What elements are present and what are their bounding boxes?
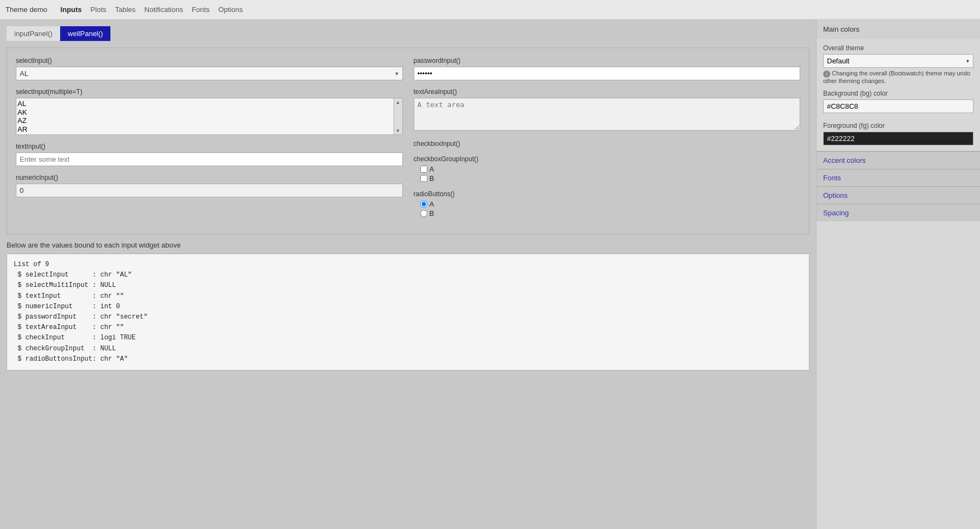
options-btn[interactable]: Options bbox=[817, 186, 980, 204]
scroll-up-arrow[interactable]: ▲ bbox=[394, 98, 402, 106]
radio-b[interactable] bbox=[420, 210, 427, 217]
numeric-input[interactable] bbox=[16, 184, 403, 197]
scrollbar-right: ▲ ▼ bbox=[394, 98, 402, 134]
main-colors-body: Overall theme Default Bootstrap Cerulean… bbox=[817, 39, 980, 151]
numeric-input-group: numericInput() bbox=[16, 174, 403, 197]
radio-input-group: radioButtons() A B bbox=[414, 190, 801, 218]
radio-label: radioButtons() bbox=[414, 190, 801, 198]
radio-a-label: A bbox=[430, 200, 435, 208]
fg-color-group: Foreground (fg) color bbox=[823, 122, 973, 145]
multi-option-az: AZ bbox=[17, 116, 392, 125]
app-title: Theme demo bbox=[5, 5, 48, 14]
radio-item-a: A bbox=[420, 200, 801, 208]
textarea-label: textAreaInput() bbox=[414, 88, 801, 96]
well-col-right: passwordInput() textAreaInput() checkbox… bbox=[414, 57, 801, 225]
checkbox-a[interactable] bbox=[420, 166, 427, 173]
checkboxgroup-label: checkboxGroupInput() bbox=[414, 155, 801, 163]
textarea-input-group: textAreaInput() bbox=[414, 88, 801, 132]
checkbox-input-group: checkboxInput() bbox=[414, 140, 801, 148]
checkbox-label: checkboxInput() bbox=[414, 140, 801, 148]
nav-options[interactable]: Options bbox=[218, 5, 243, 14]
password-input-group: passwordInput() bbox=[414, 57, 801, 80]
text-input-group: textInput() bbox=[16, 143, 403, 166]
overall-theme-label: Overall theme bbox=[823, 44, 973, 52]
tab-inputpanel[interactable]: inputPanel() bbox=[7, 26, 60, 41]
password-input[interactable] bbox=[414, 67, 801, 80]
checkbox-b-label: B bbox=[430, 174, 435, 183]
info-icon: i bbox=[823, 70, 830, 78]
checkbox-b[interactable] bbox=[420, 175, 427, 182]
checkbox-item-a: A bbox=[420, 165, 801, 173]
right-panel: Main colors Overall theme Default Bootst… bbox=[816, 20, 980, 529]
checkbox-item-b: B bbox=[420, 174, 801, 183]
well-panel: selectInput() AL AK AZ AR CA bbox=[7, 48, 809, 234]
multi-option-ak: AK bbox=[17, 108, 392, 117]
main-colors-header[interactable]: Main colors bbox=[817, 20, 980, 39]
select-input[interactable]: AL AK AZ AR CA bbox=[16, 67, 403, 80]
main-colors-section: Main colors Overall theme Default Bootst… bbox=[817, 20, 980, 151]
nav-notifications[interactable]: Notifications bbox=[144, 5, 183, 14]
well-col-left: selectInput() AL AK AZ AR CA bbox=[16, 57, 403, 225]
password-label: passwordInput() bbox=[414, 57, 801, 64]
select-label: selectInput() bbox=[16, 57, 403, 64]
numeric-label: numericInput() bbox=[16, 174, 403, 181]
checkboxgroup-options: A B bbox=[420, 165, 801, 183]
fonts-btn[interactable]: Fonts bbox=[817, 169, 980, 186]
bg-color-group: Background (bg) color bbox=[823, 90, 973, 117]
nav-tables[interactable]: Tables bbox=[115, 5, 136, 14]
radio-a[interactable] bbox=[420, 201, 427, 208]
multi-option-al: AL bbox=[17, 99, 392, 108]
overall-theme-group: Overall theme Default Bootstrap Cerulean… bbox=[823, 44, 973, 84]
bg-color-label: Background (bg) color bbox=[823, 90, 973, 97]
text-input[interactable] bbox=[16, 152, 403, 166]
radio-options: A B bbox=[420, 200, 801, 218]
spacing-btn[interactable]: Spacing bbox=[817, 204, 980, 221]
overall-theme-select[interactable]: Default Bootstrap Cerulean Cosmo bbox=[823, 54, 973, 68]
top-nav: Theme demo Inputs Plots Tables Notificat… bbox=[0, 0, 980, 20]
select-multiple-group: selectInput(multiple=T) AL AK AZ AR CA ▲ bbox=[16, 88, 403, 135]
nav-inputs[interactable]: Inputs bbox=[61, 5, 82, 14]
scroll-down-arrow[interactable]: ▼ bbox=[394, 127, 402, 134]
select-multiple-input[interactable]: AL AK AZ AR CA bbox=[16, 98, 394, 134]
well-columns: selectInput() AL AK AZ AR CA bbox=[16, 57, 800, 225]
main-colors-label: Main colors bbox=[823, 25, 859, 33]
tab-bar: inputPanel() wellPanel() bbox=[7, 26, 809, 41]
select-input-group: selectInput() AL AK AZ AR CA bbox=[16, 57, 403, 80]
below-label: Below are the values bound to each input… bbox=[7, 241, 809, 249]
accent-colors-btn[interactable]: Accent colors bbox=[817, 151, 980, 169]
code-output: List of 9 $ selectInput : chr "AL" $ sel… bbox=[7, 254, 809, 371]
text-label: textInput() bbox=[16, 143, 403, 150]
checkbox-a-label: A bbox=[430, 165, 435, 173]
textarea-input[interactable] bbox=[414, 98, 801, 131]
radio-item-b: B bbox=[420, 209, 801, 218]
fg-color-label: Foreground (fg) color bbox=[823, 122, 973, 130]
select-multiple-wrapper: AL AK AZ AR CA ▲ ▼ bbox=[16, 98, 403, 135]
tab-wellpanel[interactable]: wellPanel() bbox=[60, 26, 110, 41]
multi-option-ca: CA bbox=[17, 133, 392, 134]
nav-plots[interactable]: Plots bbox=[91, 5, 107, 14]
fg-color-input[interactable] bbox=[823, 132, 973, 145]
bg-color-input[interactable] bbox=[823, 99, 973, 113]
overall-theme-select-wrapper: Default Bootstrap Cerulean Cosmo bbox=[823, 54, 973, 68]
select-multiple-label: selectInput(multiple=T) bbox=[16, 88, 403, 96]
radio-b-label: B bbox=[430, 209, 435, 218]
content-area: inputPanel() wellPanel() selectInput() A… bbox=[0, 20, 816, 529]
bootswatch-info: i Changing the overall (Bootswatch) them… bbox=[823, 70, 973, 84]
select-wrapper: AL AK AZ AR CA bbox=[16, 67, 403, 80]
multi-option-ar: AR bbox=[17, 125, 392, 134]
nav-fonts[interactable]: Fonts bbox=[192, 5, 210, 14]
main-layout: inputPanel() wellPanel() selectInput() A… bbox=[0, 20, 980, 529]
checkboxgroup-input-group: checkboxGroupInput() A B bbox=[414, 155, 801, 183]
